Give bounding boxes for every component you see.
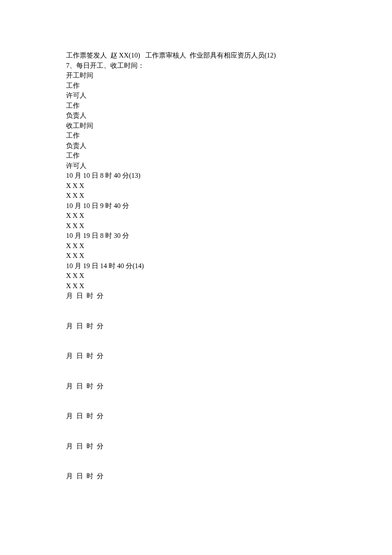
text-line <box>66 421 326 431</box>
text-line <box>66 311 326 321</box>
text-line: 10 月 10 日 9 时 40 分 <box>66 201 326 211</box>
text-line: 工作 <box>66 130 326 141</box>
text-line: 月 日 时 分 <box>66 351 326 361</box>
text-line: 10 月 19 日 14 时 40 分(14) <box>66 261 326 271</box>
document-page: 工作票签发人 赵 XX(10) 工作票审核人 作业部具有相应资历人员(12) 7… <box>0 0 392 481</box>
text-line <box>66 461 326 471</box>
text-line: 月 日 时 分 <box>66 291 326 301</box>
text-line: 许可人 <box>66 90 326 101</box>
text-line: 7、每日开工、收工时间： <box>66 61 326 71</box>
text-line <box>66 401 326 411</box>
text-line: 负责人 <box>66 141 326 151</box>
text-line <box>66 431 326 441</box>
text-line: X X X <box>66 251 326 261</box>
text-line: 工作票签发人 赵 XX(10) 工作票审核人 作业部具有相应资历人员(12) <box>66 50 326 61</box>
text-line: 月 日 时 分 <box>66 411 326 421</box>
text-line: X X X <box>66 241 326 251</box>
text-line: 负责人 <box>66 110 326 121</box>
text-line <box>66 451 326 461</box>
text-line <box>66 301 326 311</box>
text-line: 工作 <box>66 150 326 161</box>
text-line: 月 日 时 分 <box>66 471 326 481</box>
text-line: 月 日 时 分 <box>66 381 326 391</box>
text-line <box>66 361 326 371</box>
text-line: 工作 <box>66 101 326 111</box>
text-line: X X X <box>66 191 326 201</box>
text-line <box>66 331 326 341</box>
text-line: 开工时间 <box>66 70 326 81</box>
text-line: X X X <box>66 221 326 231</box>
text-line: X X X <box>66 181 326 191</box>
text-line: 许可人 <box>66 161 326 171</box>
text-line: 收工时间 <box>66 121 326 131</box>
text-line: X X X <box>66 211 326 221</box>
text-line: 月 日 时 分 <box>66 441 326 451</box>
text-line <box>66 341 326 351</box>
text-line: X X X <box>66 281 326 291</box>
text-line: 10 月 10 日 8 时 40 分(13) <box>66 171 326 181</box>
text-line: X X X <box>66 271 326 281</box>
text-line: 10 月 19 日 8 时 30 分 <box>66 231 326 241</box>
text-line: 工作 <box>66 81 326 91</box>
text-line <box>66 371 326 381</box>
text-line <box>66 391 326 401</box>
text-line: 月 日 时 分 <box>66 321 326 331</box>
